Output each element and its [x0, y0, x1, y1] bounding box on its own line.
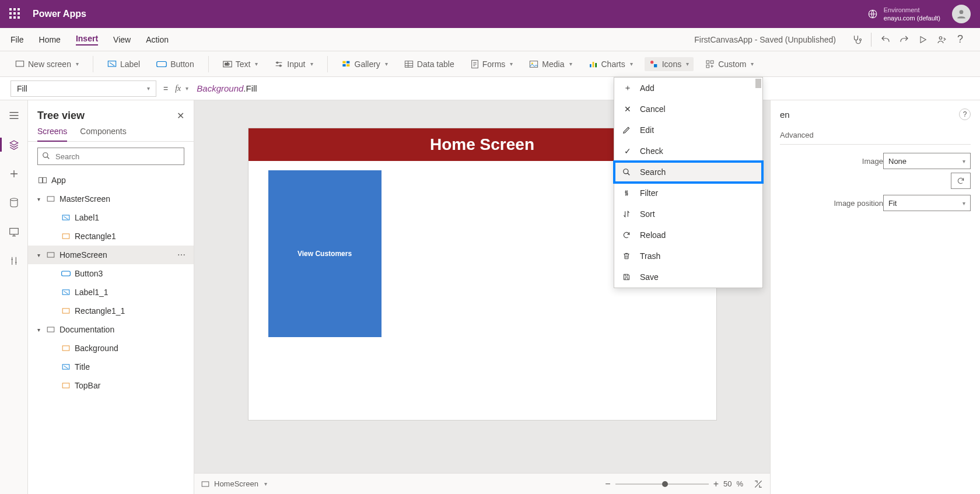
menu-view[interactable]: View [113, 35, 131, 44]
screen-icon [46, 251, 56, 258]
icon-menu-item-sort[interactable]: Sort [614, 204, 762, 225]
icon-menu-item-reload[interactable]: Reload [614, 225, 762, 246]
stethoscope-icon [852, 34, 862, 45]
app-checker-button[interactable] [848, 30, 866, 49]
rail-tree-view[interactable] [5, 135, 23, 154]
more-icon[interactable]: ⋯ [177, 250, 186, 260]
icon-menu-item-check[interactable]: ✓ Check [614, 141, 762, 162]
canvas-footer: HomeScreen ▾ − + 50 % [194, 473, 770, 494]
button-button[interactable]: Button [152, 57, 198, 71]
rail-data[interactable] [5, 194, 23, 212]
text-dropdown[interactable]: ab Text▾ [218, 57, 263, 71]
redo-button[interactable] [895, 30, 914, 49]
icon-menu-item-edit[interactable]: Edit [614, 120, 762, 141]
gallery-dropdown[interactable]: Gallery▾ [337, 57, 393, 71]
scrollbar[interactable] [755, 79, 761, 88]
tree-rect11-label: Rectangle1_1 [75, 306, 125, 316]
menu-file[interactable]: File [10, 35, 24, 44]
svg-rect-38 [62, 309, 69, 313]
property-dropdown[interactable]: Fill ▾ [10, 80, 156, 97]
gallery-label: Gallery [355, 59, 380, 69]
tree-doc-label: Documentation [60, 325, 114, 334]
tree-node-label1-1[interactable]: Label1_1 [28, 283, 194, 302]
person-icon [956, 8, 967, 20]
prop-tab-advanced[interactable]: Advanced [780, 131, 814, 144]
check-icon: ✓ [622, 146, 633, 156]
forms-icon [471, 59, 479, 69]
sliders-icon [274, 60, 284, 68]
tree-app-label: App [51, 176, 66, 185]
menu-bar: File Home Insert View Action FirstCanvas… [0, 28, 980, 51]
media-dropdown[interactable]: Media▾ [524, 57, 576, 71]
tree-node-topbar[interactable]: TopBar [28, 376, 194, 395]
menu-action[interactable]: Action [146, 35, 169, 44]
environment-label: Environment [884, 6, 940, 14]
tree-node-button3[interactable]: Button3 [28, 264, 194, 283]
forms-dropdown[interactable]: Forms▾ [466, 57, 518, 71]
icon-menu-item-save[interactable]: Save [614, 267, 762, 288]
icon-menu-item-cancel[interactable]: ✕ Cancel [614, 99, 762, 120]
caret-icon: ▾ [37, 252, 46, 258]
view-customers-button[interactable]: View Customers [268, 170, 382, 337]
icon-menu-item-search[interactable]: Search [614, 162, 762, 183]
tree-node-rectangle1[interactable]: Rectangle1 [28, 227, 194, 246]
tree-node-app[interactable]: App [28, 171, 194, 190]
environment-picker[interactable]: Environment enayu.com (default) [867, 6, 940, 22]
tree-node-background[interactable]: Background [28, 339, 194, 358]
tree-home-label: HomeScreen [60, 250, 107, 260]
svg-rect-24 [706, 61, 709, 64]
help-button[interactable]: ? [951, 30, 970, 49]
svg-rect-39 [47, 327, 54, 332]
fit-to-screen-button[interactable] [754, 479, 763, 489]
tree-node-rectangle1-1[interactable]: Rectangle1_1 [28, 302, 194, 320]
tree-search-input[interactable] [37, 148, 184, 165]
charts-dropdown[interactable]: Charts▾ [584, 57, 638, 71]
new-screen-label: New screen [28, 59, 71, 69]
tree-node-documentation[interactable]: ▾ Documentation [28, 320, 194, 339]
tree-node-label1[interactable]: Label1 [28, 208, 194, 227]
tree-node-title[interactable]: Title [28, 358, 194, 376]
custom-dropdown[interactable]: Custom▾ [701, 57, 758, 71]
label-icon [107, 60, 117, 68]
zoom-out-button[interactable]: − [605, 479, 610, 489]
rail-hamburger[interactable] [5, 106, 23, 125]
play-button[interactable] [914, 30, 932, 49]
tree-tab-screens[interactable]: Screens [37, 127, 67, 142]
icons-dropdown[interactable]: Icons▾ [645, 57, 694, 71]
svg-rect-26 [706, 65, 709, 68]
prop-position-dropdown[interactable]: Fit▾ [883, 195, 971, 211]
zoom-in-button[interactable]: + [713, 479, 719, 489]
input-dropdown[interactable]: Input▾ [270, 57, 317, 71]
rail-media[interactable] [5, 223, 23, 241]
table-icon [404, 60, 414, 68]
zoom-slider[interactable] [615, 484, 709, 485]
icon-menu-item-add[interactable]: ＋ Add [614, 78, 762, 99]
new-screen-button[interactable]: New screen▾ [10, 57, 83, 71]
data-table-button[interactable]: Data table [400, 57, 459, 71]
footer-screen-name[interactable]: HomeScreen [214, 479, 258, 488]
user-avatar[interactable] [952, 5, 971, 23]
icon-menu-item-trash[interactable]: Trash [614, 246, 762, 267]
menu-home[interactable]: Home [39, 35, 61, 44]
icon-menu-item-filter[interactable]: Filter [614, 183, 762, 204]
help-button[interactable]: ? [959, 108, 971, 120]
svg-point-1 [960, 10, 964, 14]
close-tree-button[interactable]: ✕ [177, 110, 184, 121]
share-button[interactable] [932, 30, 951, 49]
rail-insert[interactable] [5, 164, 23, 183]
prop-image-dropdown[interactable]: None▾ [883, 153, 971, 169]
menu-insert[interactable]: Insert [76, 34, 98, 45]
undo-button[interactable] [876, 30, 895, 49]
tree-node-masterscreen[interactable]: ▾ MasterScreen [28, 190, 194, 208]
rail-advanced[interactable] [5, 252, 23, 271]
tree-node-homescreen[interactable]: ▾ HomeScreen ⋯ [28, 246, 194, 264]
app-launcher-icon[interactable] [9, 8, 21, 20]
prop-image-label: Image [780, 157, 883, 166]
property-panel-title-suffix: en [780, 110, 790, 120]
label-button[interactable]: Label [103, 57, 145, 71]
svg-rect-33 [62, 215, 69, 220]
prop-position-label: Image position [780, 199, 883, 208]
upload-image-button[interactable] [951, 173, 971, 189]
formula-input[interactable]: Background.Fill [197, 83, 970, 93]
tree-tab-components[interactable]: Components [80, 127, 126, 141]
